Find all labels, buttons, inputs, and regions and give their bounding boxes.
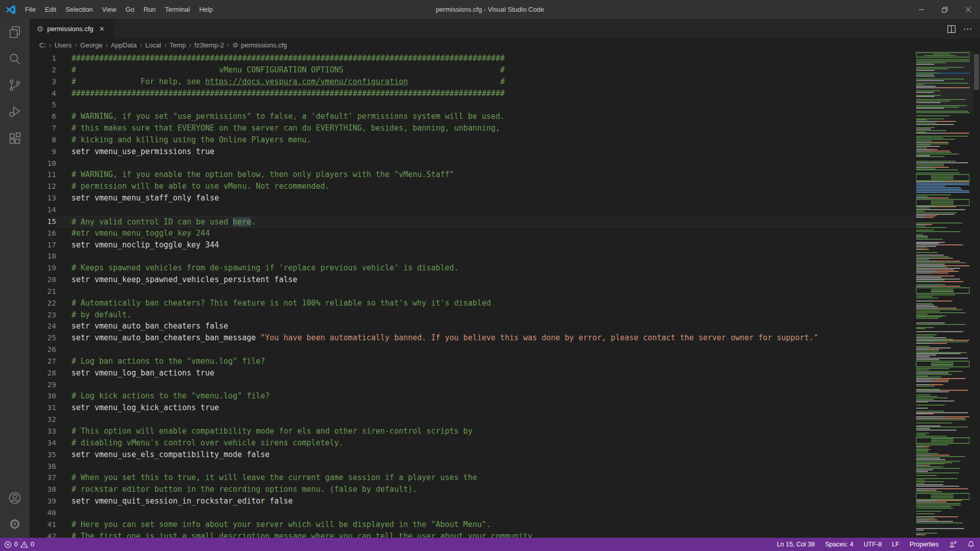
line-number: 2 bbox=[30, 64, 56, 76]
breadcrumb-item-permissions-cfg[interactable]: ⚙permissions.cfg bbox=[232, 41, 287, 49]
line-text bbox=[56, 461, 916, 472]
code-line-25[interactable]: 25setr vmenu_auto_ban_cheaters_ban_messa… bbox=[30, 332, 916, 344]
code-line-39[interactable]: 39setr vmenu_quit_session_in_rockstar_ed… bbox=[30, 495, 916, 507]
menu-item-edit[interactable]: Edit bbox=[40, 0, 61, 19]
code-line-26[interactable]: 26 bbox=[30, 344, 916, 356]
code-line-35[interactable]: 35setr vmenu_use_els_compatibility_mode … bbox=[30, 449, 916, 461]
code-line-42[interactable]: 42# The first one is just a small descri… bbox=[30, 531, 916, 538]
breadcrumb-item-users[interactable]: Users bbox=[54, 41, 72, 49]
code-line-12[interactable]: 12# permission will be able to use vMenu… bbox=[30, 181, 916, 192]
indentation[interactable]: Spaces: 4 bbox=[825, 541, 853, 548]
close-window-button[interactable] bbox=[957, 0, 980, 19]
menu-item-run[interactable]: Run bbox=[139, 0, 160, 19]
breadcrumb-item-temp[interactable]: Temp bbox=[169, 41, 186, 49]
code-line-5[interactable]: 5 bbox=[30, 99, 916, 111]
code-line-18[interactable]: 18 bbox=[30, 251, 916, 262]
code-line-29[interactable]: 29 bbox=[30, 379, 916, 391]
run-debug-icon[interactable] bbox=[0, 98, 30, 125]
breadcrumb-item-george[interactable]: George bbox=[80, 41, 103, 49]
feedback-icon[interactable] bbox=[949, 541, 957, 548]
menu-item-go[interactable]: Go bbox=[121, 0, 139, 19]
line-text: # For help, see https://docs.vespura.com… bbox=[56, 76, 916, 88]
code-line-28[interactable]: 28setr vmenu_log_ban_actions true bbox=[30, 367, 916, 379]
notifications-bell-icon[interactable] bbox=[967, 540, 975, 548]
line-text bbox=[56, 204, 916, 216]
line-text: # Keeps spawned vehicles from de-spawnin… bbox=[56, 262, 916, 274]
code-line-37[interactable]: 37# When you set this to true, it will l… bbox=[30, 472, 916, 484]
code-line-24[interactable]: 24setr vmenu_auto_ban_cheaters false bbox=[30, 320, 916, 332]
line-text: # kicking and killing using the Online P… bbox=[56, 134, 916, 146]
code-line-31[interactable]: 31setr vmenu_log_kick_actions true bbox=[30, 402, 916, 414]
tab-permissions-cfg[interactable]: ⚙ permissions.cfg × bbox=[30, 19, 114, 39]
code-line-30[interactable]: 30# Log kick actions to the "vmenu.log" … bbox=[30, 390, 916, 402]
minimap[interactable] bbox=[916, 51, 973, 538]
code-line-17[interactable]: 17setr vmenu_noclip_toggle_key 344 bbox=[30, 239, 916, 251]
encoding[interactable]: UTF-8 bbox=[864, 541, 881, 548]
chevron-right-icon: › bbox=[137, 41, 145, 49]
editor[interactable]: 1#######################################… bbox=[30, 51, 980, 538]
code-line-36[interactable]: 36 bbox=[30, 461, 916, 472]
breadcrumb-item-local[interactable]: Local bbox=[145, 41, 162, 49]
code-line-34[interactable]: 34# disabling vMenu's control over vehic… bbox=[30, 437, 916, 449]
code-line-13[interactable]: 13setr vmenu_menu_staff_only false bbox=[30, 192, 916, 204]
line-text: ########################################… bbox=[56, 88, 916, 99]
close-tab-icon[interactable]: × bbox=[100, 25, 104, 33]
source-control-icon[interactable] bbox=[0, 72, 30, 98]
restore-button[interactable] bbox=[933, 0, 957, 19]
breadcrumb-item-appdata[interactable]: AppData bbox=[110, 41, 137, 49]
code-area[interactable]: 1#######################################… bbox=[30, 51, 916, 538]
explorer-icon[interactable] bbox=[0, 19, 30, 45]
code-line-19[interactable]: 19# Keeps spawned vehicles from de-spawn… bbox=[30, 262, 916, 274]
vertical-scrollbar[interactable] bbox=[973, 51, 980, 538]
menu-item-file[interactable]: File bbox=[20, 0, 40, 19]
search-icon[interactable] bbox=[0, 45, 30, 72]
menu-item-selection[interactable]: Selection bbox=[61, 0, 97, 19]
code-line-38[interactable]: 38# rockstar editor button in the record… bbox=[30, 484, 916, 495]
problems-indicator[interactable]: 0 0 bbox=[4, 541, 34, 548]
line-text: # When you set this to true, it will lea… bbox=[56, 472, 916, 484]
breadcrumb-item-fz3temp-2[interactable]: fz3temp-2 bbox=[194, 41, 225, 49]
code-line-6[interactable]: 6# WARNING, if you set "use_permissions"… bbox=[30, 111, 916, 122]
code-line-11[interactable]: 11# WARNING, if you enable the option be… bbox=[30, 169, 916, 181]
line-number: 34 bbox=[30, 437, 56, 449]
code-line-23[interactable]: 23# by default. bbox=[30, 309, 916, 321]
code-line-41[interactable]: 41# Here you can set some info about you… bbox=[30, 519, 916, 531]
code-line-40[interactable]: 40 bbox=[30, 507, 916, 519]
menu-item-terminal[interactable]: Terminal bbox=[160, 0, 194, 19]
code-line-16[interactable]: 16#etr vmenu_menu_toggle_key 244 bbox=[30, 228, 916, 239]
breadcrumb-item-c-[interactable]: C: bbox=[39, 41, 46, 49]
split-editor-icon[interactable] bbox=[947, 24, 956, 34]
code-line-14[interactable]: 14 bbox=[30, 204, 916, 216]
language-mode[interactable]: Properties bbox=[910, 541, 939, 548]
code-line-33[interactable]: 33# This option will enable compatibilit… bbox=[30, 425, 916, 437]
code-line-9[interactable]: 9setr vmenu_use_permissions true bbox=[30, 146, 916, 158]
more-actions-icon[interactable]: ⋯ bbox=[963, 23, 973, 35]
code-line-4[interactable]: 4#######################################… bbox=[30, 88, 916, 99]
line-number: 29 bbox=[30, 379, 56, 391]
minimize-button[interactable] bbox=[910, 0, 933, 19]
code-line-22[interactable]: 22# Automatically ban cheaters? This fea… bbox=[30, 297, 916, 309]
code-line-27[interactable]: 27# Log ban actions to the "vmenu.log" f… bbox=[30, 356, 916, 367]
code-line-15[interactable]: 15# Any valid control ID can be used her… bbox=[30, 216, 916, 228]
code-line-20[interactable]: 20setr vmenu_keep_spawned_vehicles_persi… bbox=[30, 274, 916, 286]
code-line-32[interactable]: 32 bbox=[30, 414, 916, 425]
scrollbar-thumb[interactable] bbox=[974, 54, 979, 90]
code-line-10[interactable]: 10 bbox=[30, 158, 916, 169]
settings-gear-icon[interactable]: ⚙ bbox=[0, 511, 30, 538]
warnings-icon bbox=[20, 541, 28, 548]
breadcrumb: C:›Users›George›AppData›Local›Temp›fz3te… bbox=[30, 39, 980, 51]
code-line-8[interactable]: 8# kicking and killing using the Online … bbox=[30, 134, 916, 146]
code-line-3[interactable]: 3# For help, see https://docs.vespura.co… bbox=[30, 76, 916, 88]
tab-bar: ⚙ permissions.cfg × ⋯ bbox=[30, 19, 980, 39]
code-line-1[interactable]: 1#######################################… bbox=[30, 53, 916, 64]
account-icon[interactable] bbox=[0, 485, 30, 511]
menu-item-help[interactable]: Help bbox=[194, 0, 217, 19]
extensions-icon[interactable] bbox=[0, 125, 30, 152]
menu-item-view[interactable]: View bbox=[97, 0, 121, 19]
eol-sequence[interactable]: LF bbox=[892, 541, 899, 548]
code-line-2[interactable]: 2# vMenu CONFIGURATION OPTIONS # bbox=[30, 64, 916, 76]
code-line-7[interactable]: 7# this makes sure that EVERYONE on the … bbox=[30, 122, 916, 134]
code-line-21[interactable]: 21 bbox=[30, 286, 916, 297]
cursor-position[interactable]: Ln 15, Col 38 bbox=[777, 541, 815, 548]
line-number: 37 bbox=[30, 472, 56, 484]
